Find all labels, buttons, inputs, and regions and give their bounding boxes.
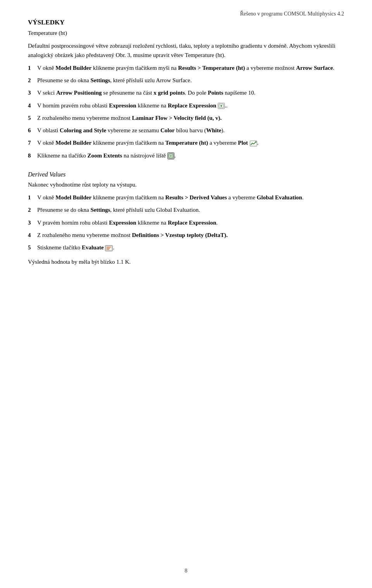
step-content-t2: Přesuneme se do okna Settings, které pří… [37, 76, 344, 85]
step-t2: 2 Přesuneme se do okna Settings, které p… [28, 76, 344, 85]
step-content-t5: Z rozbaleného menu vybereme možnost Lami… [37, 114, 344, 123]
step-t7: 7 V okně Model Builder klikneme pravým t… [28, 138, 344, 147]
page-header: Řešeno v programu COMSOL Multiphysics 4.… [240, 11, 344, 17]
step-d5: 5 Stiskneme tlačítko Evaluate . [28, 243, 344, 252]
step-content-t4: V horním pravém rohu oblasti Expression … [37, 101, 344, 110]
derived-steps-list: 1 V okně Model Builder klikneme pravým t… [28, 193, 344, 252]
step-content-d3: V pravém horním rohu oblasti Expression … [37, 218, 344, 227]
derived-values-title: Derived Values [28, 171, 344, 178]
step-num-d5: 5 [28, 243, 35, 252]
step-num-t2: 2 [28, 76, 35, 85]
step-num-d3: 3 [28, 218, 35, 227]
evaluate-icon [105, 245, 113, 251]
step-content-t6: V oblasti Coloring and Style vybereme ze… [37, 126, 344, 135]
step-num-d2: 2 [28, 206, 35, 214]
temperature-steps-list: 1 V okně Model Builder klikneme pravým t… [28, 64, 344, 160]
step-t6: 6 V oblasti Coloring and Style vybereme … [28, 126, 344, 135]
step-content-t3: V sekci Arrow Positioning se přesuneme n… [37, 88, 344, 97]
step-d3: 3 V pravém horním rohu oblasti Expressio… [28, 218, 344, 227]
step-content-d1: V okně Model Builder klikneme pravým tla… [37, 193, 344, 202]
step-num-t1: 1 [28, 64, 35, 73]
intro-paragraph: Defaultní postprocessingové větve zobraz… [28, 42, 344, 60]
step-content-t7: V okně Model Builder klikneme pravým tla… [37, 138, 344, 147]
step-num-d4: 4 [28, 231, 35, 240]
step-num-t5: 5 [28, 114, 35, 123]
step-num-t8: 8 [28, 151, 35, 160]
svg-text:▼: ▼ [220, 104, 223, 108]
step-d4: 4 Z rozbaleného menu vybereme možnost De… [28, 231, 344, 240]
page-footer: 8 [0, 568, 372, 574]
final-note: Výsledná hodnota by měla být blízko 1.1 … [28, 258, 344, 266]
header-text: Řešeno v programu COMSOL Multiphysics 4.… [240, 11, 344, 17]
page-number: 8 [185, 568, 188, 574]
step-content-d2: Přesuneme se do okna Settings, které pří… [37, 206, 344, 214]
step-content-t1: V okně Model Builder klikneme pravým tla… [37, 64, 344, 73]
step-num-t6: 6 [28, 126, 35, 135]
step-num-t7: 7 [28, 138, 35, 147]
step-t8: 8 Klikneme na tlačítko Zoom Extents na n… [28, 151, 344, 160]
step-num-t3: 3 [28, 88, 35, 97]
replace-expression-icon: ▼ [218, 103, 225, 109]
step-content-t8: Klikneme na tlačítko Zoom Extents na nás… [37, 151, 344, 160]
step-d2: 2 Přesuneme se do okna Settings, které p… [28, 206, 344, 214]
plot-icon [250, 140, 257, 147]
step-d1: 1 V okně Model Builder klikneme pravým t… [28, 193, 344, 202]
subsection-label-temperature: Temperature (ht) [28, 29, 344, 38]
step-t5: 5 Z rozbaleného menu vybereme možnost La… [28, 114, 344, 123]
step-num-t4: 4 [28, 101, 35, 110]
step-t1: 1 V okně Model Builder klikneme pravým t… [28, 64, 344, 73]
step-t3: 3 V sekci Arrow Positioning se přesuneme… [28, 88, 344, 97]
page: Řešeno v programu COMSOL Multiphysics 4.… [0, 0, 372, 588]
step-content-d5: Stiskneme tlačítko Evaluate . [37, 243, 344, 252]
step-t4: 4 V horním pravém rohu oblasti Expressio… [28, 101, 344, 110]
derived-values-intro: Nakonec vyhodnotíme růst teploty na výst… [28, 180, 344, 189]
section-title: VÝSLEDKY [28, 19, 344, 26]
zoom-extents-icon [167, 152, 174, 159]
step-num-d1: 1 [28, 193, 35, 202]
step-content-d4: Z rozbaleného menu vybereme možnost Defi… [37, 231, 344, 240]
